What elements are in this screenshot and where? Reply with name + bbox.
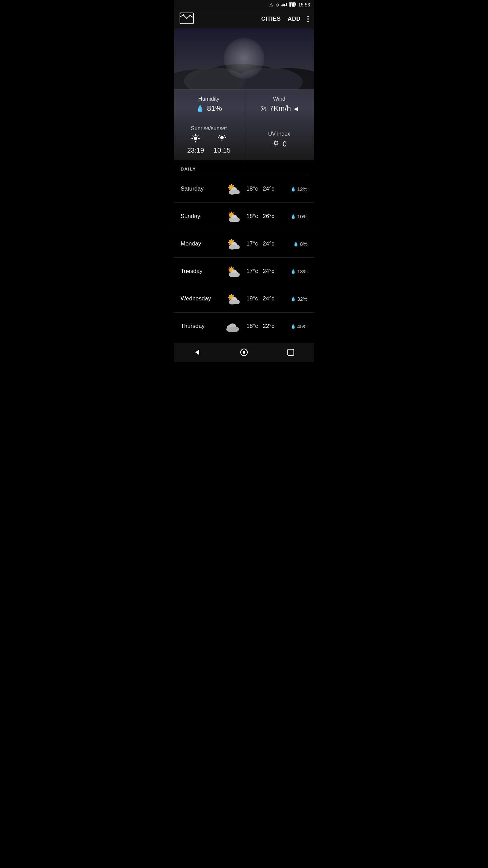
daily-header: DAILY xyxy=(174,160,314,175)
svg-line-23 xyxy=(198,136,199,137)
day-temp-high: 22°c xyxy=(263,323,274,330)
precip-icon: 💧 xyxy=(290,269,296,274)
day-name: Monday xyxy=(181,240,221,247)
moon-area xyxy=(174,28,314,90)
svg-line-75 xyxy=(229,244,230,245)
day-weather-icon xyxy=(224,264,241,278)
daily-row: Saturday 18°c 24°c 💧 12% xyxy=(174,175,314,203)
home-button[interactable] xyxy=(238,346,250,358)
day-temps: 18°c 22°c xyxy=(244,323,284,330)
day-name: Saturday xyxy=(181,185,221,192)
sunset-item: 10:15 xyxy=(214,134,230,154)
uv-cell: UV index xyxy=(244,119,314,160)
humidity-wind-row: Humidity 💧 81% Wind 🌬 7Km/h ◀ xyxy=(174,90,314,119)
daily-row: Tuesday 17°c 24°c 💧 13% xyxy=(174,258,314,285)
logo-button[interactable] xyxy=(179,11,194,27)
day-precipitation: 💧 12% xyxy=(287,186,307,192)
svg-line-86 xyxy=(229,268,230,268)
day-weather-icon xyxy=(224,237,241,251)
svg-line-37 xyxy=(273,144,274,145)
svg-line-61 xyxy=(229,217,230,217)
day-weather-icon xyxy=(224,210,241,223)
precip-value: 8% xyxy=(300,241,307,247)
sunrise-uv-row: Sunrise/sunset xyxy=(174,119,314,160)
humidity-label: Humidity xyxy=(198,96,219,102)
svg-rect-66 xyxy=(229,218,240,222)
humidity-icon: 💧 xyxy=(196,104,204,113)
svg-line-72 xyxy=(229,240,230,241)
svg-line-47 xyxy=(229,189,230,190)
status-bar: ⚠ ⊙ 4G 15:53 xyxy=(174,0,314,9)
day-temp-high: 24°c xyxy=(263,295,274,302)
day-temp-low: 17°c xyxy=(246,268,258,275)
time-display: 15:53 xyxy=(298,2,310,7)
svg-line-88 xyxy=(233,268,234,268)
battery-icon xyxy=(289,2,296,8)
svg-point-24 xyxy=(220,136,224,139)
svg-rect-108 xyxy=(229,300,240,304)
moon-circle xyxy=(224,38,264,79)
day-temp-high: 24°c xyxy=(263,240,274,247)
media-icon: ⊙ xyxy=(276,2,279,7)
daily-rows-container: Saturday 18°c 24°c 💧 12% Sunday xyxy=(174,175,314,340)
svg-line-38 xyxy=(277,144,278,145)
add-button[interactable]: ADD xyxy=(288,16,301,22)
uv-icon xyxy=(272,139,280,149)
more-menu-button[interactable] xyxy=(307,16,309,22)
svg-marker-115 xyxy=(195,350,199,355)
svg-line-74 xyxy=(233,240,234,241)
day-temp-low: 18°c xyxy=(246,323,258,330)
svg-line-46 xyxy=(233,185,234,186)
svg-line-35 xyxy=(273,141,274,141)
wind-cell: Wind 🌬 7Km/h ◀ xyxy=(244,90,314,119)
sunrise-sunset-times: 23:19 xyxy=(187,134,230,154)
day-precipitation: 💧 10% xyxy=(287,214,307,219)
cities-button[interactable]: CITIES xyxy=(261,16,281,22)
svg-point-17 xyxy=(194,137,197,140)
day-name: Wednesday xyxy=(181,295,221,302)
svg-rect-80 xyxy=(229,245,240,249)
day-name: Thursday xyxy=(181,323,221,330)
svg-point-9 xyxy=(183,14,184,16)
svg-line-29 xyxy=(224,136,225,137)
svg-line-58 xyxy=(229,213,230,213)
day-temps: 18°c 26°c xyxy=(244,213,284,220)
day-temp-high: 24°c xyxy=(263,268,274,275)
weather-background: Humidity 💧 81% Wind 🌬 7Km/h ◀ Sunrise/su… xyxy=(174,28,314,160)
svg-rect-52 xyxy=(229,190,240,194)
svg-line-102 xyxy=(233,295,234,296)
warning-icon: ⚠ xyxy=(269,2,273,7)
svg-line-100 xyxy=(229,295,230,296)
day-temps: 18°c 24°c xyxy=(244,185,284,192)
day-name: Tuesday xyxy=(181,268,221,275)
sunset-icon xyxy=(217,134,227,145)
day-temps: 19°c 24°c xyxy=(244,295,284,302)
precip-value: 13% xyxy=(297,269,307,274)
sunrise-icon xyxy=(191,134,200,145)
recents-button[interactable] xyxy=(285,346,297,358)
svg-point-30 xyxy=(274,142,277,144)
humidity-value: 💧 81% xyxy=(196,104,222,113)
day-temps: 17°c 24°c xyxy=(244,240,284,247)
svg-line-44 xyxy=(229,185,230,186)
day-temps: 17°c 24°c xyxy=(244,268,284,275)
nav-actions: CITIES ADD xyxy=(261,16,309,22)
precip-icon: 💧 xyxy=(290,296,296,301)
day-temp-high: 24°c xyxy=(263,185,274,192)
svg-line-36 xyxy=(277,141,278,141)
svg-line-22 xyxy=(193,136,194,137)
svg-line-89 xyxy=(229,272,230,272)
daily-row: Monday 17°c 24°c 💧 8% xyxy=(174,230,314,258)
precip-icon: 💧 xyxy=(290,214,296,219)
day-name: Sunday xyxy=(181,213,221,220)
day-weather-icon xyxy=(224,292,241,305)
back-button[interactable] xyxy=(191,346,203,358)
day-temp-low: 18°c xyxy=(246,213,258,220)
day-temp-low: 17°c xyxy=(246,240,258,247)
wind-value: 🌬 7Km/h ◀ xyxy=(261,104,298,113)
wind-direction-icon: ◀ xyxy=(294,105,298,112)
precip-icon: 💧 xyxy=(293,241,299,246)
svg-rect-2 xyxy=(284,4,285,6)
sunrise-cell: Sunrise/sunset xyxy=(174,119,244,160)
svg-rect-5 xyxy=(295,3,296,5)
